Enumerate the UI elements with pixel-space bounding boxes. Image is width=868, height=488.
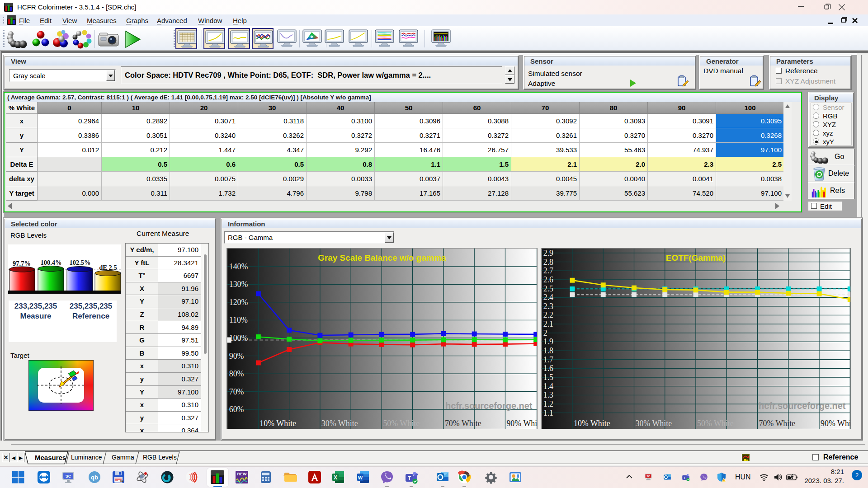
svg-text:qb: qb: [91, 474, 98, 481]
svg-text:10% White: 10% White: [574, 419, 610, 428]
svg-text:97.7%: 97.7%: [13, 260, 31, 267]
svg-text:2: 2: [543, 328, 547, 338]
svg-text:110%: 110%: [229, 315, 248, 324]
svg-text:Gray Scale Balance w/o gamma: Gray Scale Balance w/o gamma: [318, 253, 446, 263]
svg-text:dE 2.5: dE 2.5: [99, 264, 117, 271]
svg-text:1.5: 1.5: [543, 373, 553, 382]
svg-text:1.1: 1.1: [543, 408, 553, 418]
svg-text:W: W: [358, 475, 363, 480]
svg-text:1.4: 1.4: [543, 382, 553, 391]
svg-text:60%: 60%: [229, 405, 244, 414]
svg-text:1.8: 1.8: [543, 346, 553, 355]
svg-text:2.2: 2.2: [543, 310, 553, 319]
svg-text:1.7: 1.7: [543, 355, 553, 364]
svg-text:90%: 90%: [229, 352, 244, 361]
svg-text:80%: 80%: [229, 369, 244, 378]
svg-text:50% White: 50% White: [697, 419, 734, 428]
svg-text:Gamma: Gamma: [112, 454, 134, 461]
svg-text:70% White: 70% White: [759, 419, 796, 428]
svg-text:2.6: 2.6: [543, 275, 553, 284]
svg-text:1.2: 1.2: [543, 399, 553, 408]
svg-text:hcfr.sourceforge.net: hcfr.sourceforge.net: [445, 401, 533, 411]
svg-text:64: 64: [120, 479, 124, 483]
svg-text:hcfr.sourceforge.net: hcfr.sourceforge.net: [759, 401, 846, 411]
svg-text:10% White: 10% White: [259, 419, 296, 428]
svg-text:RGB Levels: RGB Levels: [143, 454, 177, 461]
svg-text:2.4: 2.4: [543, 293, 553, 302]
svg-text:130%: 130%: [229, 280, 248, 289]
svg-text:SC: SC: [646, 475, 650, 478]
svg-text:50% White: 50% White: [383, 419, 420, 428]
svg-text:T: T: [684, 476, 685, 479]
svg-text:Luminance: Luminance: [71, 454, 102, 461]
svg-text:30% White: 30% White: [635, 419, 672, 428]
svg-text:2.9: 2.9: [543, 249, 553, 258]
svg-text:2.1: 2.1: [543, 319, 553, 328]
svg-text:2.3: 2.3: [543, 302, 553, 311]
svg-text:1.9: 1.9: [543, 337, 553, 346]
svg-text:2.7: 2.7: [543, 266, 553, 275]
svg-text:30% White: 30% White: [321, 419, 358, 428]
svg-text:100.4%: 100.4%: [40, 259, 61, 266]
svg-text:1.6: 1.6: [543, 364, 553, 373]
svg-text:120%: 120%: [229, 298, 248, 307]
svg-text:T: T: [408, 475, 411, 481]
svg-text:1.3: 1.3: [543, 390, 553, 399]
svg-text:70%: 70%: [229, 387, 244, 396]
svg-text:2.8: 2.8: [543, 258, 553, 267]
svg-text:X: X: [334, 474, 337, 481]
svg-text:2.5: 2.5: [543, 284, 553, 293]
svg-text:100%: 100%: [229, 333, 248, 343]
svg-text:!: !: [723, 479, 724, 482]
svg-text:90% White: 90% White: [506, 419, 538, 428]
svg-text:EOTF(Gamma): EOTF(Gamma): [666, 253, 726, 263]
svg-text:REW: REW: [237, 472, 247, 476]
svg-text:140%: 140%: [229, 262, 248, 271]
svg-text:SC: SC: [66, 474, 71, 479]
svg-text:90% White: 90% White: [821, 419, 851, 428]
svg-text:Measures: Measures: [35, 454, 66, 461]
svg-text:70% White: 70% White: [445, 419, 481, 428]
svg-text:102.5%: 102.5%: [69, 259, 90, 266]
